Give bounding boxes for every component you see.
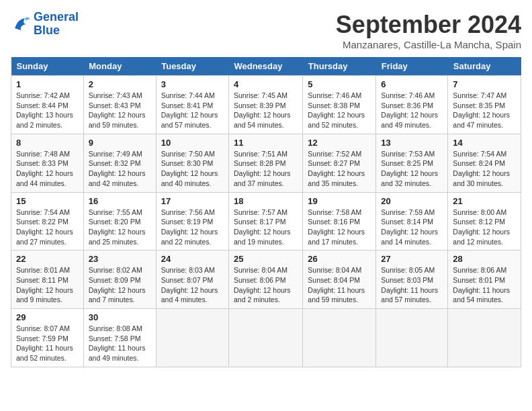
calendar-cell: 29Sunrise: 8:07 AM Sunset: 7:59 PM Dayli…: [11, 309, 84, 367]
day-info: Sunrise: 7:47 AM Sunset: 8:35 PM Dayligh…: [453, 91, 516, 130]
day-number: 4: [234, 79, 298, 89]
calendar-cell: [448, 309, 521, 367]
header-cell-saturday: Saturday: [448, 57, 521, 76]
calendar-cell: 18Sunrise: 7:57 AM Sunset: 8:17 PM Dayli…: [228, 192, 302, 250]
header-cell-sunday: Sunday: [11, 57, 84, 76]
calendar-cell: 12Sunrise: 7:52 AM Sunset: 8:27 PM Dayli…: [303, 134, 376, 192]
day-number: 6: [381, 79, 443, 89]
calendar-cell: [228, 309, 302, 367]
calendar-table: SundayMondayTuesdayWednesdayThursdayFrid…: [11, 57, 521, 367]
day-info: Sunrise: 7:43 AM Sunset: 8:43 PM Dayligh…: [89, 91, 151, 130]
calendar-subtitle: Manzanares, Castille-La Mancha, Spain: [336, 39, 521, 50]
day-number: 29: [16, 312, 79, 322]
day-number: 14: [453, 138, 516, 148]
calendar-cell: 11Sunrise: 7:51 AM Sunset: 8:28 PM Dayli…: [228, 134, 302, 192]
calendar-cell: 6Sunrise: 7:46 AM Sunset: 8:36 PM Daylig…: [376, 76, 448, 134]
calendar-cell: 7Sunrise: 7:47 AM Sunset: 8:35 PM Daylig…: [448, 76, 521, 134]
calendar-cell: 15Sunrise: 7:54 AM Sunset: 8:22 PM Dayli…: [11, 192, 84, 250]
day-info: Sunrise: 8:08 AM Sunset: 7:58 PM Dayligh…: [89, 324, 151, 363]
day-number: 28: [453, 254, 516, 264]
calendar-cell: 24Sunrise: 8:03 AM Sunset: 8:07 PM Dayli…: [156, 250, 228, 309]
day-info: Sunrise: 8:01 AM Sunset: 8:11 PM Dayligh…: [16, 265, 79, 305]
day-info: Sunrise: 8:07 AM Sunset: 7:59 PM Dayligh…: [16, 324, 79, 363]
calendar-cell: 26Sunrise: 8:04 AM Sunset: 8:04 PM Dayli…: [303, 250, 376, 309]
header-cell-wednesday: Wednesday: [228, 57, 302, 76]
day-info: Sunrise: 7:49 AM Sunset: 8:32 PM Dayligh…: [89, 149, 151, 189]
day-info: Sunrise: 7:57 AM Sunset: 8:17 PM Dayligh…: [234, 208, 298, 247]
header-cell-monday: Monday: [83, 57, 156, 76]
day-number: 1: [16, 79, 79, 89]
calendar-cell: 30Sunrise: 8:08 AM Sunset: 7:58 PM Dayli…: [83, 309, 156, 367]
calendar-cell: 3Sunrise: 7:44 AM Sunset: 8:41 PM Daylig…: [156, 76, 228, 134]
calendar-week-2: 8Sunrise: 7:48 AM Sunset: 8:33 PM Daylig…: [11, 134, 521, 192]
calendar-title: September 2024: [336, 11, 521, 39]
calendar-week-5: 29Sunrise: 8:07 AM Sunset: 7:59 PM Dayli…: [11, 309, 521, 367]
day-number: 22: [16, 254, 79, 264]
day-number: 10: [161, 138, 224, 148]
day-number: 27: [381, 254, 443, 264]
calendar-cell: 14Sunrise: 7:54 AM Sunset: 8:24 PM Dayli…: [448, 134, 521, 192]
calendar-cell: 10Sunrise: 7:50 AM Sunset: 8:30 PM Dayli…: [156, 134, 228, 192]
calendar-cell: 19Sunrise: 7:58 AM Sunset: 8:16 PM Dayli…: [303, 192, 376, 250]
page-header: General Blue September 2024 Manzanares, …: [11, 11, 521, 50]
day-info: Sunrise: 7:51 AM Sunset: 8:28 PM Dayligh…: [234, 149, 298, 189]
day-number: 24: [161, 254, 224, 264]
day-number: 2: [89, 79, 151, 89]
day-info: Sunrise: 8:05 AM Sunset: 8:03 PM Dayligh…: [381, 265, 443, 305]
day-info: Sunrise: 7:59 AM Sunset: 8:14 PM Dayligh…: [381, 208, 443, 247]
logo-line2: Blue: [34, 24, 60, 37]
day-number: 21: [453, 196, 516, 206]
calendar-cell: 13Sunrise: 7:53 AM Sunset: 8:25 PM Dayli…: [376, 134, 448, 192]
calendar-cell: 21Sunrise: 8:00 AM Sunset: 8:12 PM Dayli…: [448, 192, 521, 250]
day-info: Sunrise: 7:45 AM Sunset: 8:39 PM Dayligh…: [234, 91, 298, 130]
day-number: 25: [234, 254, 298, 264]
day-info: Sunrise: 7:46 AM Sunset: 8:36 PM Dayligh…: [381, 91, 443, 130]
header-cell-thursday: Thursday: [303, 57, 376, 76]
calendar-cell: 8Sunrise: 7:48 AM Sunset: 8:33 PM Daylig…: [11, 134, 84, 192]
day-info: Sunrise: 8:06 AM Sunset: 8:01 PM Dayligh…: [453, 265, 516, 305]
day-info: Sunrise: 7:54 AM Sunset: 8:24 PM Dayligh…: [453, 149, 516, 189]
day-info: Sunrise: 7:42 AM Sunset: 8:44 PM Dayligh…: [16, 91, 79, 130]
calendar-cell: [303, 309, 376, 367]
day-number: 17: [161, 196, 224, 206]
logo: General Blue: [11, 11, 79, 38]
day-number: 8: [16, 138, 79, 148]
logo-text: General Blue: [34, 11, 79, 38]
calendar-cell: 22Sunrise: 8:01 AM Sunset: 8:11 PM Dayli…: [11, 250, 84, 309]
day-number: 26: [308, 254, 371, 264]
logo-icon: [11, 14, 31, 34]
calendar-cell: [376, 309, 448, 367]
calendar-cell: [156, 309, 228, 367]
calendar-week-1: 1Sunrise: 7:42 AM Sunset: 8:44 PM Daylig…: [11, 76, 521, 134]
day-number: 11: [234, 138, 298, 148]
day-info: Sunrise: 7:55 AM Sunset: 8:20 PM Dayligh…: [89, 208, 151, 247]
day-info: Sunrise: 7:44 AM Sunset: 8:41 PM Dayligh…: [161, 91, 224, 130]
logo-line1: General: [34, 10, 79, 24]
calendar-cell: 16Sunrise: 7:55 AM Sunset: 8:20 PM Dayli…: [83, 192, 156, 250]
day-info: Sunrise: 7:46 AM Sunset: 8:38 PM Dayligh…: [308, 91, 371, 130]
calendar-cell: 5Sunrise: 7:46 AM Sunset: 8:38 PM Daylig…: [303, 76, 376, 134]
calendar-cell: 1Sunrise: 7:42 AM Sunset: 8:44 PM Daylig…: [11, 76, 84, 134]
header-cell-tuesday: Tuesday: [156, 57, 228, 76]
header-row: SundayMondayTuesdayWednesdayThursdayFrid…: [11, 57, 521, 76]
day-number: 20: [381, 196, 443, 206]
calendar-cell: 25Sunrise: 8:04 AM Sunset: 8:06 PM Dayli…: [228, 250, 302, 309]
day-number: 5: [308, 79, 371, 89]
day-info: Sunrise: 8:04 AM Sunset: 8:06 PM Dayligh…: [234, 265, 298, 305]
day-number: 13: [381, 138, 443, 148]
day-info: Sunrise: 8:00 AM Sunset: 8:12 PM Dayligh…: [453, 208, 516, 247]
day-number: 9: [89, 138, 151, 148]
day-number: 30: [89, 312, 151, 322]
day-number: 18: [234, 196, 298, 206]
day-info: Sunrise: 7:48 AM Sunset: 8:33 PM Dayligh…: [16, 149, 79, 189]
day-number: 15: [16, 196, 79, 206]
day-info: Sunrise: 7:56 AM Sunset: 8:19 PM Dayligh…: [161, 208, 224, 247]
calendar-cell: 27Sunrise: 8:05 AM Sunset: 8:03 PM Dayli…: [376, 250, 448, 309]
day-number: 19: [308, 196, 371, 206]
calendar-cell: 17Sunrise: 7:56 AM Sunset: 8:19 PM Dayli…: [156, 192, 228, 250]
calendar-cell: 23Sunrise: 8:02 AM Sunset: 8:09 PM Dayli…: [83, 250, 156, 309]
day-number: 16: [89, 196, 151, 206]
day-info: Sunrise: 7:53 AM Sunset: 8:25 PM Dayligh…: [381, 149, 443, 189]
calendar-cell: 9Sunrise: 7:49 AM Sunset: 8:32 PM Daylig…: [83, 134, 156, 192]
calendar-cell: 20Sunrise: 7:59 AM Sunset: 8:14 PM Dayli…: [376, 192, 448, 250]
